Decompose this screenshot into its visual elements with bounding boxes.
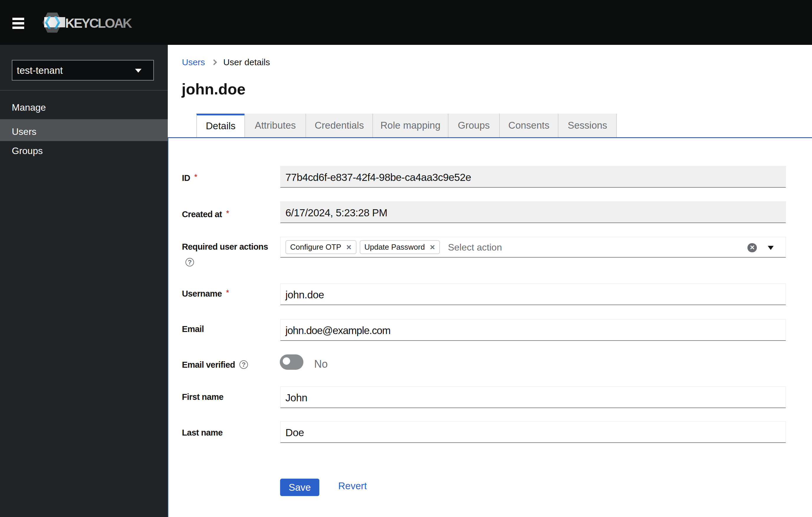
svg-text:KEYCLOAK: KEYCLOAK (65, 16, 133, 31)
